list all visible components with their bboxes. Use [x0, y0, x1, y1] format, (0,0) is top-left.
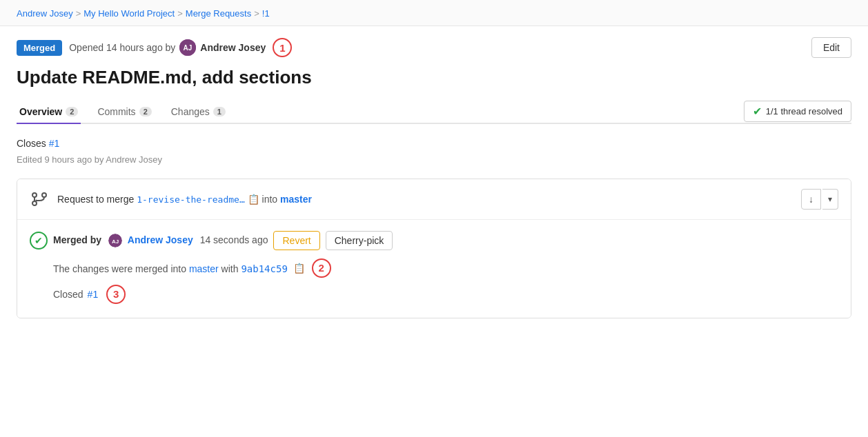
merged-badge: Merged	[17, 40, 62, 56]
avatar: AJ	[179, 39, 196, 56]
master-link-inline[interactable]: master	[189, 263, 219, 274]
breadcrumb-merge-requests[interactable]: Merge Requests	[186, 8, 251, 19]
circled-3: 3	[106, 285, 126, 304]
edited-line: Edited 9 hours ago by Andrew Josey	[17, 154, 851, 165]
opened-text: Opened 14 hours ago by AJ Andrew Josey 1	[69, 38, 292, 57]
closed-label: Closed	[53, 289, 83, 300]
circled-1: 1	[273, 38, 292, 57]
merged-by-author[interactable]: Andrew Josey	[128, 234, 193, 245]
svg-text:AJ: AJ	[184, 44, 193, 52]
changes-merged-text: The changes were merged into master with…	[53, 258, 838, 278]
download-dropdown[interactable]: ▾	[822, 189, 838, 210]
closed-line: Closed #1 3	[53, 285, 838, 304]
breadcrumb: Andrew Josey > My Hello World Project > …	[17, 8, 851, 19]
breadcrumb-sep-2: >	[177, 8, 183, 19]
merge-branch-text: Request to merge 1-revise-the-readme… 📋 …	[57, 194, 312, 205]
request-to-merge-label: Request to merge	[57, 194, 134, 205]
tab-commits-label: Commits	[97, 106, 135, 117]
green-check-icon: ✔	[30, 232, 48, 250]
tab-changes-badge: 1	[213, 107, 226, 116]
thread-resolved-text: 1/1 thread resolved	[766, 106, 842, 116]
merged-by-line: ✔ Merged by AJ Andrew Josey 14 seconds a…	[30, 231, 838, 250]
closes-label: Closes	[17, 138, 46, 149]
svg-text:AJ: AJ	[112, 238, 119, 245]
copy-branch-icon[interactable]: 📋	[248, 194, 259, 205]
svg-point-2	[32, 193, 37, 197]
merge-request-card: Request to merge 1-revise-the-readme… 📋 …	[17, 179, 851, 318]
closes-line: Closes #1	[17, 138, 851, 149]
breadcrumb-mr-id[interactable]: !1	[262, 8, 270, 19]
tab-commits-badge: 2	[139, 107, 152, 116]
page-title: Update README.md, add sections	[17, 66, 851, 90]
author-name: Andrew Josey	[200, 42, 266, 53]
cherry-pick-button[interactable]: Cherry-pick	[326, 231, 393, 250]
header-row: Merged Opened 14 hours ago by AJ Andrew …	[17, 37, 851, 58]
svg-point-3	[42, 193, 46, 197]
breadcrumb-sep-1: >	[76, 8, 81, 19]
breadcrumb-andrew[interactable]: Andrew Josey	[17, 8, 73, 19]
closes-link[interactable]: #1	[49, 138, 60, 149]
merged-by-avatar: AJ	[108, 234, 125, 245]
merge-branch-row: Request to merge 1-revise-the-readme… 📋 …	[17, 179, 851, 220]
breadcrumb-project[interactable]: My Hello World Project	[83, 8, 175, 19]
breadcrumb-sep-3: >	[254, 8, 259, 19]
tabs-left: Overview 2 Commits 2 Changes 1	[17, 101, 242, 123]
download-button[interactable]: ↓	[801, 189, 821, 210]
merged-info-row: ✔ Merged by AJ Andrew Josey 14 seconds a…	[17, 220, 851, 318]
copy-commit-icon[interactable]: 📋	[293, 263, 305, 274]
download-area: ↓ ▾	[801, 189, 838, 210]
tab-commits[interactable]: Commits 2	[95, 101, 154, 124]
with-text: with	[221, 263, 239, 274]
changes-text: The changes were merged into	[53, 263, 186, 274]
thread-resolved-indicator[interactable]: ✔ 1/1 thread resolved	[744, 101, 851, 122]
tabs-row: Overview 2 Commits 2 Changes 1 ✔ 1/1 thr…	[17, 101, 851, 124]
merge-branch-left: Request to merge 1-revise-the-readme… 📋 …	[30, 190, 312, 209]
tab-overview-badge: 2	[66, 107, 78, 116]
svg-point-4	[32, 201, 37, 205]
tab-changes-label: Changes	[171, 106, 210, 117]
tab-changes[interactable]: Changes 1	[168, 101, 228, 124]
master-branch-link[interactable]: master	[280, 194, 312, 205]
revert-button[interactable]: Revert	[273, 231, 319, 250]
circled-2: 2	[312, 258, 331, 278]
header-left: Merged Opened 14 hours ago by AJ Andrew …	[17, 38, 292, 57]
branch-link[interactable]: 1-revise-the-readme…	[137, 194, 245, 205]
commit-hash-link[interactable]: 9ab14c59	[241, 263, 287, 274]
into-label: into	[262, 194, 278, 205]
edit-button[interactable]: Edit	[811, 37, 851, 58]
opened-label: Opened 14 hours ago by	[69, 42, 175, 53]
merged-time: 14 seconds ago	[200, 234, 268, 245]
merge-icon	[30, 190, 49, 209]
merged-by-text: Merged by AJ Andrew Josey 14 seconds ago	[53, 234, 268, 247]
tab-overview[interactable]: Overview 2	[17, 101, 81, 124]
thread-check-icon: ✔	[753, 105, 762, 118]
merged-by-label: Merged by	[53, 234, 101, 245]
closed-link[interactable]: #1	[88, 289, 99, 300]
tab-overview-label: Overview	[19, 106, 62, 117]
